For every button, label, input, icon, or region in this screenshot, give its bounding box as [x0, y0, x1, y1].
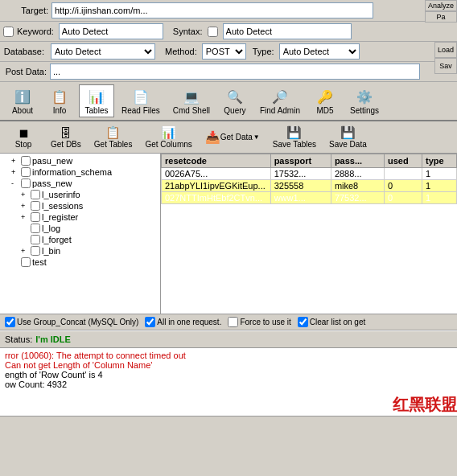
cell-type: 1	[422, 168, 457, 180]
checkbox-all-in-one[interactable]	[145, 317, 155, 327]
cell-resetcode: 0026A75...	[162, 168, 271, 180]
tree-label-lsessions: l_sessions	[42, 201, 83, 211]
checkbox-llog[interactable]	[31, 224, 40, 233]
tree-label-info-schema: information_schema	[32, 167, 112, 177]
checkbox-group-concat[interactable]	[5, 317, 15, 327]
analyze-button[interactable]: Analyze	[425, 0, 457, 11]
expand-info-schema[interactable]: +	[11, 168, 21, 176]
nav-about[interactable]: ℹ️ About	[5, 84, 40, 117]
log-line-4: ow Count: 4932	[5, 380, 452, 389]
col-pass: pass...	[331, 154, 384, 168]
nav-read-files[interactable]: 📄 Read Files	[116, 84, 166, 117]
tree-item-lforget[interactable]: l_forget	[2, 234, 159, 245]
checkbox-lsessions[interactable]	[31, 201, 40, 211]
get-dbs-button[interactable]: 🗄 Get DBs	[45, 124, 87, 151]
checkbox-pasu-new[interactable]	[21, 156, 31, 166]
checkbox-test[interactable]	[21, 257, 31, 267]
tree-item-pass-new[interactable]: - pass_new	[2, 178, 159, 189]
expand-pasu-new[interactable]: +	[11, 157, 21, 165]
bottom-options-bar: Use Group_Concat (MySQL Only) All in one…	[0, 314, 457, 330]
checkbox-clear-list[interactable]	[298, 317, 308, 327]
type-label: Type:	[253, 47, 274, 56]
log-area: rror (10060): The attempt to connect tim…	[0, 348, 457, 416]
get-dbs-icon: 🗄	[60, 126, 72, 140]
save-tables-button[interactable]: 💾 Save Tables	[267, 123, 322, 151]
checkbox-lregister[interactable]	[31, 212, 40, 222]
col-passport: passport	[270, 154, 331, 168]
nav-tables[interactable]: 📊 Tables	[79, 84, 114, 117]
expand-lregister[interactable]: +	[21, 213, 31, 221]
get-data-icon: 📥	[205, 130, 220, 145]
tree-item-lregister[interactable]: + l_register	[2, 211, 159, 223]
postdata-label: Post Data:	[3, 67, 50, 76]
table-row[interactable]: 027NTTImHtEbf2CTvn... www1... 77532... 0…	[162, 192, 457, 204]
syntax-label: Syntax:	[173, 27, 203, 36]
checkbox-info-schema[interactable]	[21, 167, 31, 177]
checkbox-lforget[interactable]	[31, 235, 40, 244]
checkbox-force-to-it[interactable]	[228, 317, 238, 327]
tree-item-lbin[interactable]: + l_bin	[2, 245, 159, 256]
pause-button[interactable]: Pa	[425, 11, 457, 23]
save-data-button[interactable]: 💾 Save Data	[323, 123, 373, 151]
nav-info[interactable]: 📋 Info	[42, 84, 77, 117]
cell-pass: 2888...	[331, 168, 384, 180]
target-input[interactable]	[51, 2, 373, 18]
keyword-label: Keyword:	[17, 27, 54, 36]
keyword-checkbox[interactable]	[3, 27, 14, 37]
get-data-button[interactable]: 📥 Get Data ▼	[200, 128, 266, 147]
get-columns-button[interactable]: 📊 Get Columns	[139, 123, 197, 151]
tree-item-pasu-new[interactable]: + pasu_new	[2, 155, 159, 166]
status-bar: Status: I'm IDLE	[0, 330, 457, 348]
syntax-checkbox[interactable]	[208, 27, 218, 37]
load-button[interactable]: Load	[434, 42, 457, 58]
tree-label-luserinfo: l_userinfo	[42, 190, 80, 199]
checkbox-pass-new[interactable]	[21, 178, 31, 188]
cell-resetcode: 027NTTImHtEbf2CTvn...	[162, 192, 271, 204]
nav-query[interactable]: 🔍 Query	[217, 84, 253, 117]
cell-resetcode: 21abpYLI1ipvEGKitEup...	[162, 180, 271, 192]
tree-item-information-schema[interactable]: + information_schema	[2, 166, 159, 178]
option-group-concat[interactable]: Use Group_Concat (MySQL Only)	[5, 317, 138, 327]
cell-passport: www1...	[270, 192, 331, 204]
table-row[interactable]: 0026A75... 17532... 2888... 1	[162, 168, 457, 180]
expand-pass-new[interactable]: -	[11, 179, 21, 187]
watermark: 红黑联盟	[393, 394, 457, 416]
get-tables-button[interactable]: 📋 Get Tables	[89, 123, 138, 151]
keyword-input[interactable]	[59, 23, 163, 39]
action-bar: ⏹ Stop 🗄 Get DBs 📋 Get Tables 📊 Get Colu…	[0, 121, 457, 154]
method-select[interactable]: POST	[202, 43, 246, 60]
md5-icon: 🔑	[315, 87, 335, 106]
nav-cmd-shell[interactable]: 💻 Cmd Shell	[167, 84, 216, 117]
expand-luserinfo[interactable]: +	[21, 191, 31, 199]
tree-label-lforget: l_forget	[42, 235, 72, 244]
tree-pane: + pasu_new + information_schema - pass_n…	[0, 154, 161, 314]
nav-settings[interactable]: ⚙️ Settings	[344, 84, 385, 117]
tree-item-llog[interactable]: l_log	[2, 223, 159, 234]
stop-button[interactable]: ⏹ Stop	[3, 124, 43, 151]
postdata-input[interactable]	[50, 64, 420, 80]
checkbox-luserinfo[interactable]	[31, 190, 40, 199]
option-clear-list[interactable]: Clear list on get	[298, 317, 365, 327]
save-btn-top[interactable]: Sav	[434, 58, 457, 74]
expand-lsessions[interactable]: +	[21, 202, 31, 210]
database-select[interactable]: Auto Detect	[51, 43, 155, 60]
status-value: I'm IDLE	[35, 334, 71, 344]
about-icon: ℹ️	[13, 87, 32, 106]
get-columns-icon: 📊	[161, 125, 176, 140]
option-all-in-one[interactable]: All in one request.	[145, 317, 221, 327]
tree-item-luserinfo[interactable]: + l_userinfo	[2, 189, 159, 200]
table-row[interactable]: 21abpYLI1ipvEGKitEup... 325558 mike8 0 1	[162, 180, 457, 192]
nav-find-admin[interactable]: 🔎 Find Admin	[254, 84, 306, 117]
tree-item-test[interactable]: test	[2, 256, 159, 268]
tree-label-test: test	[32, 257, 47, 267]
nav-md5[interactable]: 🔑 MD5	[307, 84, 343, 117]
tree-item-lsessions[interactable]: + l_sessions	[2, 200, 159, 211]
checkbox-lbin[interactable]	[31, 246, 40, 256]
option-force-to-it[interactable]: Force to use it	[228, 317, 290, 327]
syntax-input[interactable]	[223, 23, 352, 39]
expand-lbin[interactable]: +	[21, 247, 31, 255]
cell-used: 0	[385, 180, 422, 192]
type-select[interactable]: Auto Detect	[279, 43, 360, 60]
tree-label-pass-new: pass_new	[32, 178, 72, 188]
option-force-label: Force to use it	[240, 318, 290, 326]
